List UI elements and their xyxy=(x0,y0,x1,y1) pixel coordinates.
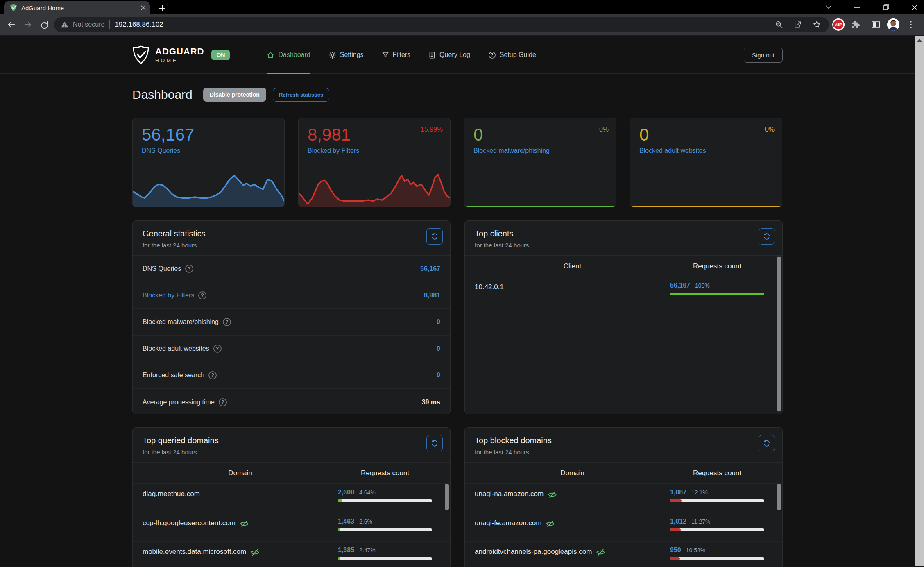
nav-item-query-log[interactable]: Query Log xyxy=(428,36,470,74)
column-header-requests[interactable]: Requests count xyxy=(670,262,764,270)
help-icon[interactable]: ? xyxy=(198,291,206,299)
back-button[interactable] xyxy=(3,16,20,33)
requests-bar xyxy=(338,557,432,560)
column-header-requests[interactable]: Requests count xyxy=(338,469,432,477)
reload-button[interactable] xyxy=(36,16,52,33)
main-nav: Dashboard Settings Filters xyxy=(267,36,536,74)
menu-kebab-icon[interactable] xyxy=(903,16,919,33)
general-statistics-panel: General statistics for the last 24 hours… xyxy=(132,220,451,414)
browser-tab[interactable]: AdGuard Home xyxy=(4,1,150,14)
page-title: Dashboard xyxy=(132,88,192,102)
eye-off-icon xyxy=(546,519,555,528)
panel-scrollbar-thumb[interactable] xyxy=(777,257,781,411)
refresh-icon-button[interactable] xyxy=(426,228,443,245)
domain-row: diag.meethue.com 2,608 4.64% xyxy=(133,484,450,513)
blocked-filters-sparkline xyxy=(299,168,450,207)
stat-value: 39 ms xyxy=(422,399,440,406)
stat-row: Enforced safe search? 0 xyxy=(133,362,450,389)
column-header-domain[interactable]: Domain xyxy=(475,469,670,477)
bookmark-star-icon[interactable] xyxy=(808,16,825,33)
adguard-logo[interactable]: ADGUARD HOME xyxy=(132,45,204,65)
panel-scrollbar-thumb[interactable] xyxy=(445,484,449,510)
disable-protection-button[interactable]: Disable protection xyxy=(203,88,266,102)
card-blocked-by-filters: 8,981 15.99% Blocked by Filters xyxy=(298,118,451,207)
new-tab-button[interactable] xyxy=(157,3,167,13)
stat-row: Average processing time? 39 ms xyxy=(133,389,450,415)
window-restore-icon[interactable] xyxy=(881,2,891,13)
nav-item-filters[interactable]: Filters xyxy=(382,36,411,74)
brand-title: ADGUARD xyxy=(155,46,204,57)
request-percent: 12.1% xyxy=(691,489,708,496)
request-percent: 2.47% xyxy=(359,547,376,553)
help-icon[interactable]: ? xyxy=(223,318,231,326)
eye-off-icon xyxy=(250,548,260,557)
card-label-link[interactable]: DNS Queries xyxy=(142,147,180,154)
panel-title: Top clients xyxy=(475,229,772,238)
requests-bar xyxy=(670,528,764,531)
nav-item-setup-guide[interactable]: Setup Guide xyxy=(488,36,536,74)
scrollbar-up-arrow-icon[interactable] xyxy=(917,39,922,42)
adguard-page: ADGUARD HOME ON Dashboard Settings xyxy=(0,36,924,566)
requests-bar xyxy=(338,499,432,502)
side-panel-icon[interactable] xyxy=(867,16,884,33)
card-label-link[interactable]: Blocked malware/phishing xyxy=(473,147,550,154)
close-tab-icon[interactable] xyxy=(141,5,146,10)
refresh-icon-button[interactable] xyxy=(759,435,775,451)
request-percent: 2.6% xyxy=(359,518,372,525)
card-label-link[interactable]: Blocked by Filters xyxy=(308,147,359,154)
help-icon[interactable]: ? xyxy=(213,345,222,353)
extensions-puzzle-icon[interactable] xyxy=(848,16,864,33)
client-row: 10.42.0.1 56,167 100% xyxy=(465,277,782,306)
refresh-icon-button[interactable] xyxy=(426,435,443,451)
flat-sparkline xyxy=(630,206,782,207)
page-scrollbar[interactable] xyxy=(915,36,924,566)
window-close-icon[interactable] xyxy=(909,2,920,13)
domain-text: diag.meethue.com xyxy=(143,490,200,498)
profile-avatar[interactable] xyxy=(887,18,899,31)
help-icon[interactable]: ? xyxy=(185,265,193,273)
panel-scrollbar-thumb[interactable] xyxy=(777,484,781,510)
card-percent: 0% xyxy=(599,126,609,133)
request-count: 2,608 xyxy=(338,489,354,496)
not-secure-warning-icon[interactable] xyxy=(61,21,69,28)
adguard-favicon-icon xyxy=(10,4,17,12)
app-header: ADGUARD HOME ON Dashboard Settings xyxy=(0,36,915,74)
nav-item-dashboard[interactable]: Dashboard xyxy=(267,36,310,74)
request-percent: 4.64% xyxy=(359,489,376,496)
card-percent: 0% xyxy=(765,126,775,133)
stat-row: Blocked malware/phishing? 0 xyxy=(133,309,450,336)
card-label-link[interactable]: Blocked adult websites xyxy=(639,147,706,154)
top-queried-domains-panel: Top queried domains for the last 24 hour… xyxy=(132,427,451,567)
help-icon[interactable]: ? xyxy=(208,371,217,379)
help-icon[interactable]: ? xyxy=(219,398,227,406)
column-header-requests[interactable]: Requests count xyxy=(670,469,764,477)
window-chevron-icon[interactable] xyxy=(823,2,834,13)
panel-subtitle: for the last 24 hours xyxy=(475,242,772,249)
window-minimize-icon[interactable] xyxy=(852,2,863,13)
abp-extension-icon[interactable]: ABP xyxy=(832,18,845,31)
panel-title: Top queried domains xyxy=(143,436,440,445)
share-icon[interactable] xyxy=(790,16,806,33)
domain-text: ccp-lh.googleusercontent.com xyxy=(143,519,236,527)
column-header-domain[interactable]: Domain xyxy=(143,469,338,477)
nav-item-settings[interactable]: Settings xyxy=(328,36,364,74)
card-value: 8,981 xyxy=(308,125,351,145)
top-clients-panel: Top clients for the last 24 hours Client… xyxy=(464,220,783,414)
eye-off-icon xyxy=(240,519,249,528)
browser-titlebar: AdGuard Home xyxy=(0,0,924,14)
home-icon xyxy=(267,51,274,59)
security-label: Not secure xyxy=(73,21,104,28)
panel-title: Top blocked domains xyxy=(475,436,772,445)
refresh-icon-button[interactable] xyxy=(759,228,775,245)
address-bar[interactable]: Not secure 192.168.86.102 xyxy=(54,17,829,32)
refresh-statistics-button[interactable]: Refresh statistics xyxy=(273,88,329,102)
zoom-icon[interactable] xyxy=(771,16,787,33)
url-text[interactable]: 192.168.86.102 xyxy=(115,20,771,29)
panel-subtitle: for the last 24 hours xyxy=(475,449,772,456)
stat-value: 8,981 xyxy=(424,292,440,299)
forward-button[interactable] xyxy=(20,16,36,33)
client-address: 10.42.0.1 xyxy=(475,282,670,306)
column-header-client[interactable]: Client xyxy=(475,262,670,270)
sign-out-button[interactable]: Sign out xyxy=(744,48,783,63)
card-blocked-malware: 0 0% Blocked malware/phishing xyxy=(464,118,616,207)
